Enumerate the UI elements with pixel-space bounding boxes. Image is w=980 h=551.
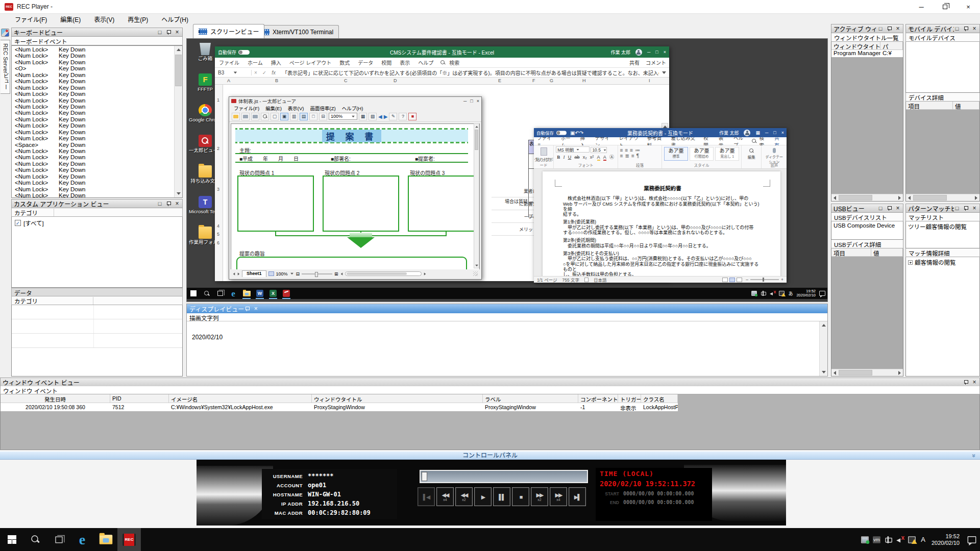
column-header[interactable]: イメージ名 [169, 394, 312, 403]
pin-button[interactable] [165, 29, 172, 35]
checked-checkbox-icon[interactable]: ✓ [15, 220, 21, 226]
proofing-icon[interactable] [584, 278, 589, 282]
page-view-button[interactable]: ▣ [280, 113, 288, 120]
keyboard-event-row[interactable]: <Num Lock> Key Down [12, 129, 174, 135]
forward-x4-button[interactable]: ▶▶ x4 [550, 487, 567, 506]
scroll-right-icon[interactable] [975, 196, 977, 200]
pin-button[interactable] [963, 205, 969, 211]
resize-grip[interactable] [473, 271, 478, 276]
keyboard-event-row[interactable]: <Num Lock> Key Down [12, 72, 174, 78]
ribbon-tab[interactable]: 差し込み文書 [668, 137, 700, 145]
scroll-down-icon[interactable] [822, 371, 826, 373]
close-icon[interactable]: × [664, 49, 666, 55]
comments-button[interactable]: コメント [646, 59, 666, 66]
web-layout-icon[interactable] [737, 278, 742, 282]
zoom-out-icon[interactable]: ⊟ [296, 271, 300, 277]
fx-icon[interactable]: fx [269, 70, 278, 76]
category-column-header[interactable]: カテゴリ [11, 208, 183, 217]
table-header[interactable]: 項目 値 [906, 102, 979, 110]
highlight-icon[interactable]: A [597, 155, 600, 161]
screen-view[interactable]: ごみ箱 FFFTP Google Chrome 一太郎ビューア2018 持ち込み… [186, 38, 828, 302]
usb-device-item[interactable]: USB Composite Device [831, 221, 903, 229]
next-page-icon[interactable]: ▶ [384, 114, 388, 119]
column-header[interactable]: コンポーネントインデックス [578, 394, 618, 403]
empty-row[interactable] [12, 305, 182, 319]
scroll-up-icon[interactable] [475, 126, 478, 128]
close-icon[interactable] [971, 379, 977, 385]
volume-muted-icon[interactable] [896, 536, 904, 543]
stop-button[interactable]: ■ [512, 487, 529, 506]
align-icons[interactable]: ≡≣≡¶ [620, 153, 659, 159]
zoom-slider[interactable] [750, 279, 779, 280]
superscript-icon[interactable]: x² [590, 155, 594, 160]
maximize-icon[interactable]: □ [655, 49, 658, 55]
maximize-icon[interactable]: □ [773, 130, 776, 135]
spread-view-button[interactable]: ▥ [290, 113, 298, 120]
minimize-icon[interactable]: ─ [765, 130, 768, 135]
taskbar-button[interactable] [47, 528, 70, 551]
word-window[interactable]: 自動保存 ▣ ↶ ↷ 業務委託契約書 - 互換モード 作業 太郎 ▦ ─ □ ×… [534, 128, 787, 283]
keyboard-event-row[interactable]: <Num Lock> Key Down [12, 186, 174, 192]
menu-item[interactable]: ファイル(F) [231, 105, 262, 111]
language[interactable]: 日本語 [594, 277, 607, 283]
scroll-thumb[interactable] [175, 55, 182, 86]
close-icon[interactable]: × [477, 98, 479, 104]
scroll-right-icon[interactable] [898, 371, 901, 375]
ribbon-tab[interactable]: デザイン [592, 137, 616, 145]
print-layout-icon[interactable] [729, 278, 735, 282]
taskbar-button[interactable] [200, 288, 213, 299]
taskbar-button[interactable] [70, 528, 94, 551]
pin-button[interactable] [244, 306, 250, 312]
maximize-icon[interactable] [157, 29, 163, 35]
tab-screen-view[interactable]: スクリーンビュー [193, 24, 264, 38]
menu-item[interactable]: 編集(E) [263, 105, 284, 111]
scroll-up-icon[interactable] [822, 324, 826, 327]
keyboard-event-row[interactable]: <Num Lock> Key Down [12, 110, 174, 116]
ribbon-tab[interactable]: 表示 [716, 137, 730, 145]
ribbon-tab[interactable]: ファイル [534, 137, 558, 145]
keyboard-event-row[interactable]: <Num Lock> Key Down [12, 59, 174, 65]
table-row[interactable]: Program Manager C:¥ [831, 50, 903, 57]
keyboard-event-row[interactable]: <Num Lock> Key Down [12, 78, 174, 84]
horizontal-scrollbar[interactable] [831, 194, 903, 201]
remote-clock[interactable]: 19:52 2020/02/10 [796, 289, 816, 298]
category-all-row[interactable]: ✓ [すべて] [12, 217, 182, 227]
close-button[interactable]: × [957, 0, 980, 14]
word-document-area[interactable]: 業務委託契約書 株式会社林酒造(以下「甲」という)は、株式会社○○○○○(以下「… [534, 169, 787, 276]
menu-item[interactable]: 表示(V) [87, 14, 121, 24]
italic-icon[interactable]: I [563, 155, 565, 160]
taskbar-button[interactable] [266, 288, 280, 299]
rewind-x2-button[interactable]: ◀◀ x2 [455, 487, 473, 506]
pin-button[interactable] [963, 26, 969, 32]
autosave-toggle[interactable] [556, 131, 567, 135]
column-header[interactable]: PID [110, 394, 169, 403]
行間詰め[interactable]: あア亜 行間詰め [690, 147, 714, 161]
taskbar-button[interactable] [0, 528, 23, 551]
見出し 1[interactable]: あア亜 見出し 1 [715, 147, 739, 161]
pin-button[interactable] [886, 205, 892, 211]
ichitaro-document[interactable]: 提 案 書 主題: ■平成 年 月 日 ■部署名: ■提案者: 現状の問題点 1… [231, 123, 480, 270]
taskbar-button[interactable] [227, 288, 240, 299]
step-forward-button[interactable]: ▶▌ [569, 487, 586, 506]
close-icon[interactable]: × [781, 130, 784, 135]
search-box[interactable]: 検索 [445, 58, 463, 67]
ime-indicator[interactable]: A [921, 536, 925, 543]
keyboard-event-row[interactable]: <Num Lock> Key Down [12, 104, 174, 110]
column-header[interactable]: ウィンドウタイトル [312, 394, 483, 403]
ribbon-tab[interactable]: データ [354, 58, 377, 67]
prev-sheet-icon[interactable] [233, 272, 235, 276]
pin-button[interactable] [886, 26, 892, 32]
display-view-scrollbar[interactable] [819, 321, 827, 376]
scroll-down-icon[interactable] [475, 264, 478, 266]
rec-server-view-tab[interactable]: REC Serverビュー [1, 40, 10, 94]
ribbon-tab[interactable]: ヘルプ [414, 58, 437, 67]
justsystems-button[interactable]: ■ [408, 113, 416, 120]
ichitaro-vertical-scrollbar[interactable] [474, 123, 479, 268]
view-mode-button[interactable]: ▢ [271, 113, 279, 120]
paste-icon[interactable] [541, 147, 547, 156]
scroll-left-icon[interactable] [340, 272, 342, 276]
taskbar-button[interactable] [117, 528, 141, 551]
keyboard-event-column-header[interactable]: キーボードイベント [11, 37, 183, 45]
scroll-thumb[interactable] [913, 195, 947, 201]
autosave-toggle[interactable] [238, 50, 250, 55]
